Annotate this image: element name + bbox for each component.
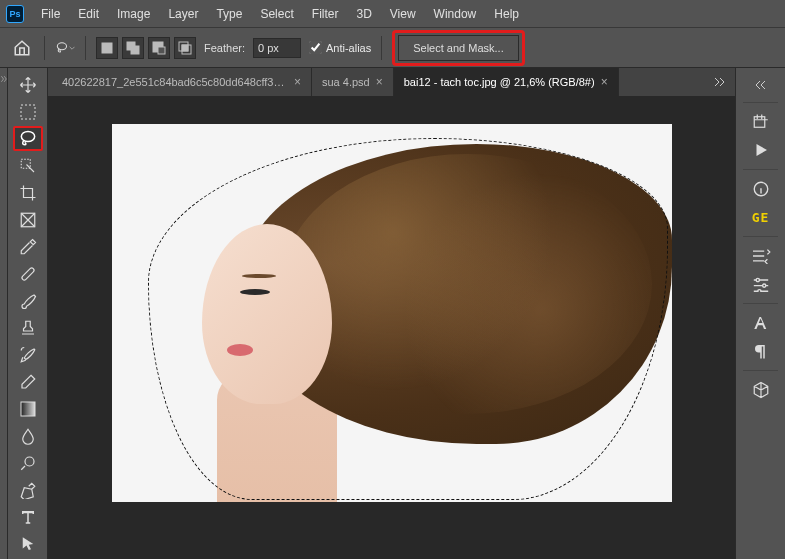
divider	[743, 370, 777, 371]
illustration-eye	[240, 289, 270, 295]
toolbox	[8, 68, 48, 559]
move-icon	[19, 76, 37, 94]
menu-3d[interactable]: 3D	[347, 3, 380, 25]
selection-intersect[interactable]	[174, 37, 196, 59]
eyedropper-icon	[19, 238, 37, 256]
sliders-icon	[751, 276, 771, 292]
selection-add[interactable]	[122, 37, 144, 59]
select-and-mask-button[interactable]: Select and Mask...	[398, 35, 519, 61]
illustration-lip	[227, 344, 253, 356]
menu-image[interactable]: Image	[108, 3, 159, 25]
menu-window[interactable]: Window	[425, 3, 486, 25]
ge-label: GE	[752, 210, 770, 225]
tool-brush[interactable]	[13, 288, 43, 313]
antialias-checkbox[interactable]: Anti-alias	[309, 41, 371, 54]
tool-gradient[interactable]	[13, 396, 43, 421]
tool-history-brush[interactable]	[13, 342, 43, 367]
document-area: 402622817_2e551c84bad6c5c80dd648cff39099…	[48, 68, 735, 559]
type-icon	[19, 508, 37, 526]
antialias-input[interactable]	[309, 41, 322, 54]
home-button[interactable]	[10, 36, 34, 60]
tool-eyedropper[interactable]	[13, 234, 43, 259]
tool-crop[interactable]	[13, 180, 43, 205]
tool-quick-select[interactable]	[13, 153, 43, 178]
feather-input[interactable]	[253, 38, 301, 58]
document-tab-bar: 402622817_2e551c84bad6c5c80dd648cff39099…	[48, 68, 735, 96]
tool-heal[interactable]	[13, 261, 43, 286]
svg-point-20	[757, 290, 760, 292]
tool-blur[interactable]	[13, 423, 43, 448]
tool-pen[interactable]	[13, 477, 43, 502]
tool-type[interactable]	[13, 504, 43, 529]
subtract-selection-icon	[152, 41, 166, 55]
canvas-area[interactable]	[48, 96, 735, 559]
tool-dodge[interactable]	[13, 450, 43, 475]
options-bar: Feather: Anti-alias Select and Mask...	[0, 28, 785, 68]
svg-rect-16	[754, 117, 765, 128]
panel-character[interactable]	[745, 310, 777, 336]
menu-filter[interactable]: Filter	[303, 3, 348, 25]
tool-eraser[interactable]	[13, 369, 43, 394]
svg-rect-1	[102, 43, 112, 53]
magic-wand-icon	[19, 157, 37, 175]
panel-info[interactable]	[745, 176, 777, 202]
panel-collapse-button[interactable]	[736, 74, 785, 96]
panel-3d[interactable]	[745, 377, 777, 403]
lasso-icon	[18, 129, 38, 149]
tab-label: bai12 - tach toc.jpg @ 21,6% (RGB/8#)	[404, 76, 595, 88]
tool-preset-picker[interactable]	[55, 38, 75, 58]
selection-subtract[interactable]	[148, 37, 170, 59]
panel-brush-settings[interactable]	[745, 243, 777, 269]
antialias-label: Anti-alias	[326, 42, 371, 54]
lasso-icon	[55, 39, 69, 57]
play-icon	[752, 141, 770, 159]
panel-actions[interactable]	[745, 137, 777, 163]
tab-label: sua 4.psd	[322, 76, 370, 88]
left-expand-gutter[interactable]	[0, 68, 8, 559]
document-tab[interactable]: bai12 - tach toc.jpg @ 21,6% (RGB/8#) ×	[394, 68, 619, 96]
svg-point-15	[25, 457, 34, 466]
illustration-face	[202, 224, 332, 404]
menu-edit[interactable]: Edit	[69, 3, 108, 25]
crop-icon	[19, 184, 37, 202]
panel-adjustments[interactable]	[745, 271, 777, 297]
close-icon[interactable]: ×	[376, 75, 383, 89]
divider	[44, 36, 45, 60]
bandage-icon	[19, 265, 37, 283]
dodge-icon	[19, 454, 37, 472]
tool-lasso[interactable]	[13, 126, 43, 151]
tool-path-select[interactable]	[13, 531, 43, 556]
document-tab[interactable]: 402622817_2e551c84bad6c5c80dd648cff39099…	[52, 68, 312, 96]
menu-view[interactable]: View	[381, 3, 425, 25]
panel-history[interactable]	[745, 109, 777, 135]
brush-icon	[19, 292, 37, 310]
gradient-icon	[19, 400, 37, 418]
svg-rect-13	[21, 267, 35, 281]
panel-paragraph[interactable]	[745, 338, 777, 364]
menu-layer[interactable]: Layer	[159, 3, 207, 25]
tool-stamp[interactable]	[13, 315, 43, 340]
svg-rect-3	[131, 46, 139, 54]
close-icon[interactable]: ×	[601, 75, 608, 89]
menu-help[interactable]: Help	[485, 3, 528, 25]
menu-file[interactable]: File	[32, 3, 69, 25]
arrow-icon	[19, 535, 37, 553]
illustration-brow	[242, 274, 276, 278]
panel-ge[interactable]: GE	[745, 204, 777, 230]
selection-mode-group	[96, 37, 196, 59]
menu-select[interactable]: Select	[251, 3, 302, 25]
document-tab[interactable]: sua 4.psd ×	[312, 68, 394, 96]
tool-marquee[interactable]	[13, 99, 43, 124]
double-chevron-left-icon	[755, 80, 767, 90]
history-brush-icon	[19, 346, 37, 364]
tool-frame[interactable]	[13, 207, 43, 232]
square-icon	[100, 41, 114, 55]
close-icon[interactable]: ×	[294, 75, 301, 89]
divider	[85, 36, 86, 60]
tab-overflow-button[interactable]	[705, 68, 735, 96]
svg-point-10	[21, 131, 34, 141]
tool-move[interactable]	[13, 72, 43, 97]
brush-settings-icon	[751, 248, 771, 264]
selection-new[interactable]	[96, 37, 118, 59]
menu-type[interactable]: Type	[207, 3, 251, 25]
